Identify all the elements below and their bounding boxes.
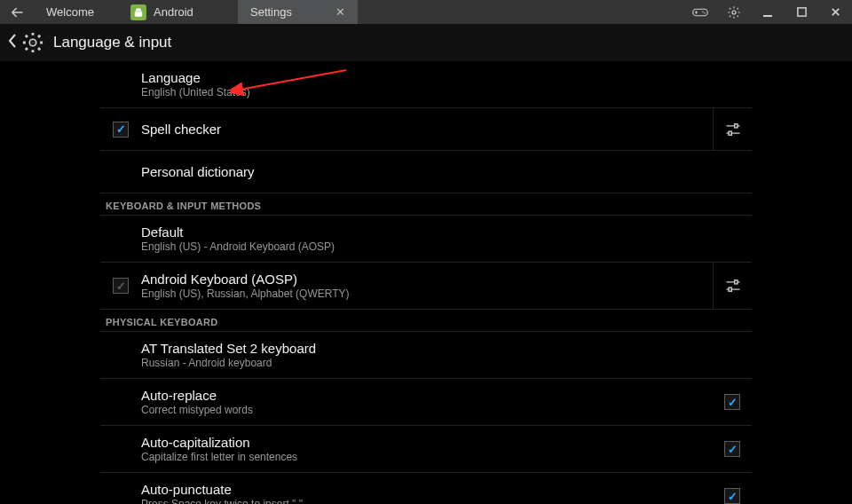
pref-auto-capitalization[interactable]: Auto-capitalization Capitalize first let… — [100, 426, 752, 473]
pref-sub: Capitalize first letter in sentences — [141, 451, 713, 463]
pref-default-keyboard[interactable]: Default English (US) - Android Keyboard … — [100, 216, 752, 263]
pref-sub: English (United States) — [141, 86, 752, 98]
pref-sub: Russian - Android keyboard — [141, 357, 752, 369]
svg-point-5 — [29, 39, 36, 45]
page-back-button[interactable] — [5, 33, 20, 52]
content-scroll[interactable]: Language English (United States) Spell c… — [0, 61, 852, 504]
pref-auto-punctuate[interactable]: Auto-punctuate Press Space key twice to … — [100, 473, 752, 504]
svg-point-1 — [702, 11, 704, 12]
settings-sliders-button[interactable] — [713, 263, 752, 309]
android-icon — [130, 4, 146, 20]
checkbox-spell-checker[interactable] — [113, 122, 129, 138]
pref-sub: Correct mistyped words — [141, 404, 713, 416]
pref-title: Auto-punctuate — [141, 482, 713, 497]
pref-language[interactable]: Language English (United States) — [100, 61, 752, 108]
minimize-button[interactable] — [751, 0, 785, 24]
pref-spell-checker[interactable]: Spell checker — [100, 108, 752, 151]
section-keyboard-methods: KEYBOARD & INPUT METHODS — [100, 193, 752, 216]
svg-rect-10 — [729, 287, 731, 291]
svg-point-3 — [732, 11, 736, 14]
section-physical-keyboard: PHYSICAL KEYBOARD — [100, 310, 752, 332]
close-tab-icon[interactable]: ✕ — [335, 5, 345, 19]
svg-rect-7 — [734, 123, 737, 127]
pref-auto-replace[interactable]: Auto-replace Correct mistyped words — [100, 379, 752, 426]
checkbox-auto-punctuate[interactable] — [724, 488, 740, 504]
pref-personal-dictionary[interactable]: Personal dictionary — [100, 151, 752, 193]
checkbox-aosp-keyboard[interactable] — [113, 278, 129, 294]
gamepad-button[interactable] — [683, 0, 717, 24]
tab-android-label: Android — [154, 5, 193, 19]
pref-sub: English (US) - Android Keyboard (AOSP) — [141, 240, 752, 253]
pref-sub: English (US), Russian, Alphabet (QWERTY) — [141, 287, 713, 300]
tab-welcome[interactable]: Welcome — [34, 0, 118, 24]
pref-sub: Press Space key twice to insert "." — [141, 498, 713, 504]
tab-settings-label: Settings — [250, 5, 292, 19]
gear-button[interactable] — [717, 0, 751, 24]
pref-title: Auto-replace — [141, 388, 713, 403]
settings-sliders-button[interactable] — [713, 108, 752, 150]
settings-gear-icon — [20, 29, 46, 56]
pref-title: Language — [141, 70, 752, 85]
window-chrome: Welcome Android Settings ✕ — [0, 0, 852, 24]
page-title: Language & input — [53, 34, 171, 51]
pref-title: AT Translated Set 2 keyboard — [141, 341, 752, 356]
svg-point-2 — [704, 12, 706, 14]
maximize-button[interactable] — [785, 0, 818, 24]
pref-physical-keyboard[interactable]: AT Translated Set 2 keyboard Russian - A… — [100, 332, 752, 379]
close-window-button[interactable] — [818, 0, 852, 24]
svg-rect-9 — [734, 280, 737, 284]
pref-title: Android Keyboard (AOSP) — [141, 272, 713, 287]
tab-welcome-label: Welcome — [46, 5, 94, 19]
tab-settings[interactable]: Settings ✕ — [238, 0, 358, 24]
page-header: Language & input — [0, 24, 852, 61]
svg-rect-4 — [797, 8, 805, 16]
pref-title: Personal dictionary — [141, 164, 752, 179]
pref-title: Spell checker — [141, 122, 713, 137]
tab-android[interactable]: Android — [118, 0, 238, 24]
svg-rect-8 — [729, 131, 731, 135]
checkbox-auto-capitalization[interactable] — [724, 441, 740, 457]
checkbox-auto-replace[interactable] — [724, 394, 740, 410]
pref-title: Auto-capitalization — [141, 435, 713, 450]
pref-aosp-keyboard[interactable]: Android Keyboard (AOSP) English (US), Ru… — [100, 263, 752, 310]
nav-back-button[interactable] — [0, 0, 34, 24]
pref-title: Default — [141, 224, 752, 240]
